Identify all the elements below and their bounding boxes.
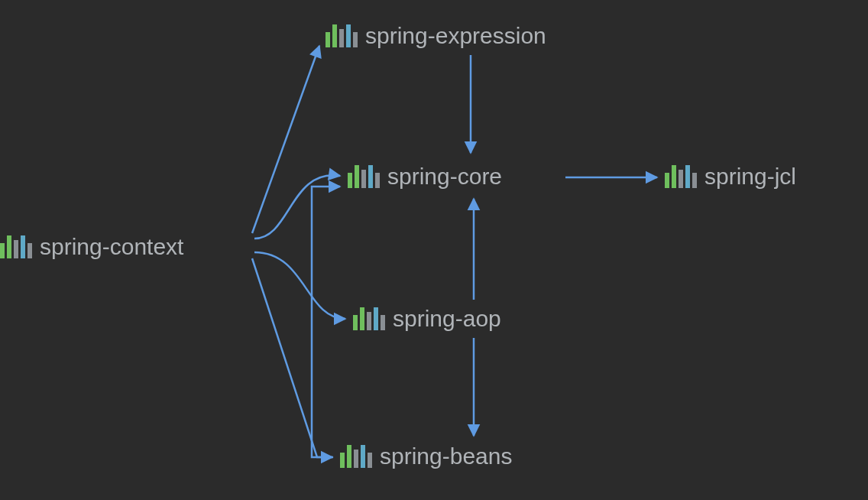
dependency-graph: spring-context spring-expression spring-… — [0, 0, 868, 500]
edge-context-expression — [252, 46, 319, 233]
node-spring-core[interactable]: spring-core — [348, 164, 502, 190]
node-label: spring-expression — [365, 23, 546, 49]
node-spring-expression[interactable]: spring-expression — [326, 23, 546, 49]
module-icon — [340, 445, 372, 468]
module-icon — [348, 165, 380, 188]
node-label: spring-jcl — [704, 164, 796, 190]
node-label: spring-aop — [393, 306, 501, 332]
module-icon — [326, 24, 358, 47]
node-spring-aop[interactable]: spring-aop — [353, 306, 501, 332]
edge-context-aop — [254, 252, 345, 319]
node-spring-jcl[interactable]: spring-jcl — [665, 164, 796, 190]
module-icon — [353, 307, 385, 330]
edge-beans-core — [312, 187, 340, 457]
node-spring-context[interactable]: spring-context — [0, 234, 183, 260]
node-label: spring-beans — [380, 443, 512, 469]
edge-context-beans — [252, 258, 332, 457]
module-icon — [0, 235, 32, 258]
module-icon — [665, 165, 697, 188]
node-label: spring-context — [40, 234, 183, 260]
edge-context-core — [254, 175, 340, 239]
node-label: spring-core — [387, 164, 502, 190]
node-spring-beans[interactable]: spring-beans — [340, 443, 512, 469]
